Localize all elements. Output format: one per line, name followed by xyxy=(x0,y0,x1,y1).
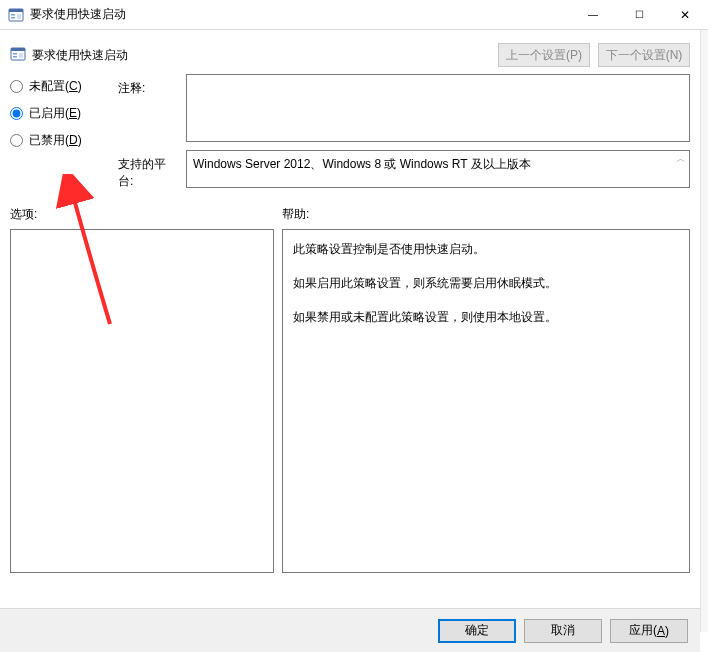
svg-rect-9 xyxy=(19,53,23,58)
radio-disabled-label: 已禁用(D) xyxy=(29,132,82,149)
help-paragraph: 如果启用此策略设置，则系统需要启用休眠模式。 xyxy=(293,274,679,292)
help-paragraph: 此策略设置控制是否使用快速启动。 xyxy=(293,240,679,258)
platform-label: 支持的平台: xyxy=(118,150,180,190)
dialog-footer: 确定 取消 应用(A) xyxy=(0,608,700,652)
upper-grid: 未配置(C) 已启用(E) 已禁用(D) 注释: 支 xyxy=(10,74,690,190)
state-radio-group: 未配置(C) 已启用(E) 已禁用(D) xyxy=(10,74,112,149)
svg-rect-1 xyxy=(9,9,23,12)
chevron-up-icon[interactable]: ︿ xyxy=(676,154,686,164)
maximize-button[interactable]: ☐ xyxy=(616,0,662,29)
svg-rect-7 xyxy=(13,53,17,55)
previous-setting-button[interactable]: 上一个设置(P) xyxy=(498,43,590,67)
radio-not-configured[interactable]: 未配置(C) xyxy=(10,78,112,95)
header-row: 要求使用快速启动 上一个设置(P) 下一个设置(N) xyxy=(0,30,700,74)
window-controls: — ☐ ✕ xyxy=(570,0,708,29)
policy-icon xyxy=(10,46,26,65)
minimize-button[interactable]: — xyxy=(570,0,616,29)
options-label: 选项: xyxy=(10,206,282,223)
svg-rect-2 xyxy=(11,14,15,16)
radio-disabled[interactable]: 已禁用(D) xyxy=(10,132,112,149)
help-label: 帮助: xyxy=(282,206,309,223)
titlebar: 要求使用快速启动 — ☐ ✕ xyxy=(0,0,708,30)
apply-button[interactable]: 应用(A) xyxy=(610,619,688,643)
radio-disabled-input[interactable] xyxy=(10,134,23,147)
dialog-body: 未配置(C) 已启用(E) 已禁用(D) 注释: 支 xyxy=(0,74,700,608)
radio-enabled-input[interactable] xyxy=(10,107,23,120)
close-button[interactable]: ✕ xyxy=(662,0,708,29)
app-icon xyxy=(8,7,24,23)
comment-textbox[interactable] xyxy=(186,74,690,142)
svg-rect-4 xyxy=(17,14,21,19)
supported-platform-text: Windows Server 2012、Windows 8 或 Windows … xyxy=(193,157,531,171)
window-title: 要求使用快速启动 xyxy=(30,6,570,23)
policy-subtitle: 要求使用快速启动 xyxy=(10,46,490,65)
radio-enabled-label: 已启用(E) xyxy=(29,105,81,122)
radio-enabled[interactable]: 已启用(E) xyxy=(10,105,112,122)
svg-rect-6 xyxy=(11,48,25,51)
svg-rect-3 xyxy=(11,17,15,19)
next-setting-button[interactable]: 下一个设置(N) xyxy=(598,43,690,67)
section-labels: 选项: 帮助: xyxy=(10,206,690,223)
panels: 此策略设置控制是否使用快速启动。 如果启用此策略设置，则系统需要启用休眠模式。 … xyxy=(10,229,690,573)
ok-button[interactable]: 确定 xyxy=(438,619,516,643)
options-panel[interactable] xyxy=(10,229,274,573)
comment-label: 注释: xyxy=(118,74,180,97)
supported-platform-box[interactable]: Windows Server 2012、Windows 8 或 Windows … xyxy=(186,150,690,188)
help-panel[interactable]: 此策略设置控制是否使用快速启动。 如果启用此策略设置，则系统需要启用休眠模式。 … xyxy=(282,229,690,573)
radio-not-configured-input[interactable] xyxy=(10,80,23,93)
help-paragraph: 如果禁用或未配置此策略设置，则使用本地设置。 xyxy=(293,308,679,326)
cancel-button[interactable]: 取消 xyxy=(524,619,602,643)
radio-not-configured-label: 未配置(C) xyxy=(29,78,82,95)
policy-subtitle-text: 要求使用快速启动 xyxy=(32,47,128,64)
background-strip xyxy=(700,30,708,632)
dialog-client: 要求使用快速启动 上一个设置(P) 下一个设置(N) 未配置(C) 已启用(E) xyxy=(0,30,700,652)
svg-rect-8 xyxy=(13,56,17,58)
